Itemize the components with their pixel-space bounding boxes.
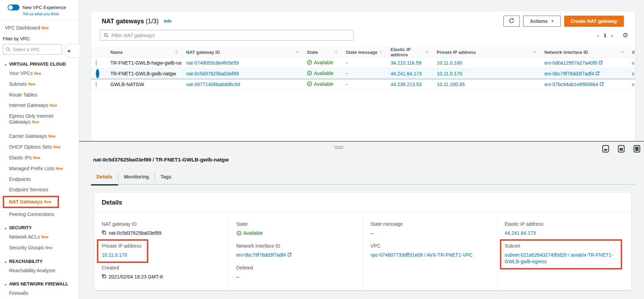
tab-monitoring[interactable]: Monitoring — [118, 169, 154, 185]
table-row[interactable]: TR-FNET1-GWLB-hagw-gwlb-natgw nat-074805… — [91, 58, 635, 68]
vpc-link[interactable]: vpc-074607733dff31e09 / AVX-TR-FNET1-VPC — [370, 252, 472, 258]
sidebar-item-your-vpcs[interactable]: Your VPCsNew — [0, 68, 75, 79]
eni-link[interactable]: eni-0d0a12957a27a40f9 — [544, 60, 603, 66]
row-name: TR-FNET1-GWLB-gwlb-natgw — [110, 71, 176, 76]
private-ip-link[interactable]: 10.11.0.170 — [102, 252, 127, 258]
info-link[interactable]: Info — [164, 19, 172, 24]
table-row[interactable]: GWLB-NATGW nat-00771406babdd6c93 Availab… — [91, 79, 635, 90]
elastic-ip-link[interactable]: 44.241.64.173 — [505, 230, 536, 236]
subnet-link[interactable]: subnet-021a5264327495d20 / aviatrix-TR-F… — [505, 252, 617, 265]
private-ip-link[interactable]: 10.11.0.170 — [437, 71, 462, 76]
new-badge: New — [48, 134, 56, 138]
section-reachability[interactable]: ▼ REACHABILITY — [0, 259, 69, 265]
section-virtual-private-cloud[interactable]: ▼ VIRTUAL PRIVATE CLOUD — [0, 61, 69, 68]
sidebar-item-endpoint-services[interactable]: Endpoint Services — [0, 184, 75, 195]
sidebar-item-egress-only-internet-gateways[interactable]: Egress Only Internet GatewaysNew — [0, 111, 75, 128]
feedback-link[interactable]: Tell us what you think — [23, 12, 79, 16]
splitter-drag-handle[interactable] — [334, 146, 343, 150]
nat-gateway-id-link[interactable]: nat-0c5d37625ba03ef89 — [186, 71, 239, 76]
nat-gateway-id-link[interactable]: nat-00771406babdd6c93 — [186, 82, 240, 87]
sort-icon[interactable]: ▽ — [296, 50, 299, 54]
sort-icon[interactable]: ▽ — [426, 50, 428, 54]
column-header-network-interface-id[interactable]: Network interface ID▽ — [540, 47, 627, 58]
eni-link[interactable]: eni-0bc79f76dd3f7adf4 — [544, 71, 600, 76]
state-message-value: – — [370, 230, 491, 236]
search-icon — [103, 33, 109, 39]
sidebar-item-peering-connections[interactable]: Peering Connections — [0, 209, 75, 219]
sidebar-item-elastic-ips[interactable]: Elastic IPsNew — [0, 152, 75, 163]
sidebar-item-endpoints[interactable]: Endpoints — [0, 174, 75, 184]
next-page-button[interactable]: › — [611, 32, 613, 39]
copy-icon[interactable] — [102, 230, 106, 236]
vpc-link[interactable]: v — [632, 60, 634, 66]
column-header-state[interactable]: State▽ — [302, 47, 341, 58]
column-header-nat-gateway-id[interactable]: NAT gateway ID▽ — [181, 47, 302, 58]
elastic-ip-link[interactable]: 34.210.116.59 — [391, 60, 421, 66]
column-header-vpc[interactable]: V — [627, 47, 635, 58]
sidebar-item-security-groups[interactable]: Security GroupsNew — [0, 242, 75, 253]
collapse-caret-icon: ◀ — [67, 49, 70, 53]
detail-panel-title: nat-0c5d37625ba03ef89 / TR-FNET1-GWLB-gw… — [93, 157, 229, 163]
vpc-link[interactable]: v — [632, 71, 634, 76]
sort-icon[interactable]: ▽ — [380, 50, 382, 54]
sidebar-item-route-tables[interactable]: Route Tables — [0, 90, 75, 100]
selection-count: (1/3) — [146, 18, 159, 25]
sort-icon[interactable]: ▽ — [621, 50, 624, 54]
sidebar-item-managed-prefix-lists[interactable]: Managed Prefix ListsNew — [0, 163, 75, 174]
actions-button[interactable]: Actions ▼ — [523, 16, 560, 27]
check-circle-icon — [307, 81, 312, 86]
sidebar-item-dhcp-options-sets[interactable]: DHCP Options SetsNew — [0, 142, 75, 152]
sidebar-item-carrier-gateways[interactable]: Carrier GatewaysNew — [0, 131, 75, 142]
previous-page-button[interactable]: ‹ — [597, 32, 599, 39]
tab-tags[interactable]: Tags — [155, 169, 177, 185]
select-vpc-input[interactable] — [3, 44, 62, 55]
sidebar-collapse-button[interactable]: ◀ — [64, 44, 80, 58]
sidebar-item-nat-gateways[interactable]: NAT GatewaysNew — [3, 196, 59, 208]
sort-icon[interactable]: ▽ — [335, 50, 337, 54]
page-number[interactable]: 1 — [604, 33, 607, 38]
table-row-selected[interactable]: TR-FNET1-GWLB-gwlb-natgw nat-0c5d37625ba… — [91, 68, 635, 79]
row-radio[interactable] — [96, 81, 97, 88]
sidebar-item-vpc-dashboard[interactable]: VPC DashboardNew — [0, 20, 79, 31]
eni-link[interactable]: eni-0bc79f76dd3f7adf4 — [236, 252, 292, 258]
new-vpc-experience-toggle[interactable] — [8, 5, 19, 10]
sidebar-item-reachability-analyzer[interactable]: Reachability Analyzer — [0, 265, 75, 276]
layout-full-panel-button[interactable] — [633, 145, 641, 154]
vpc-link[interactable]: v — [632, 82, 634, 87]
new-badge: New — [34, 72, 41, 75]
page-title: NAT gateways (1/3) Info — [102, 18, 172, 25]
elastic-ip-link[interactable]: 44.238.213.53 — [391, 82, 422, 87]
column-header-state-message[interactable]: State message▽ — [341, 47, 386, 58]
row-radio[interactable] — [96, 60, 97, 66]
layout-bottom-panel-button[interactable] — [602, 145, 609, 154]
layout-split-panel-button[interactable] — [618, 145, 625, 154]
filter-nat-gateways-input[interactable] — [100, 30, 353, 41]
tab-details[interactable]: Details — [91, 169, 118, 185]
section-security[interactable]: ▼ SECURITY — [0, 225, 69, 232]
nat-gateway-id-link[interactable]: nat-0748053c8e4fe5e59 — [186, 60, 239, 66]
sidebar-item-subnets[interactable]: SubnetsNew — [0, 79, 75, 90]
refresh-button[interactable] — [503, 16, 520, 27]
row-radio[interactable] — [96, 69, 99, 78]
copy-icon[interactable] — [102, 274, 106, 280]
column-header-private-ip[interactable]: Private IP address▽ — [432, 47, 540, 58]
column-header-name[interactable]: Name▽ — [106, 47, 181, 58]
refresh-icon — [509, 18, 515, 25]
section-caret-icon: ▼ — [4, 260, 7, 265]
new-badge: New — [28, 82, 35, 86]
sort-icon[interactable]: ▽ — [534, 50, 536, 54]
elastic-ip-link[interactable]: 44.241.64.173 — [391, 71, 422, 76]
new-vpc-experience-label: New VPC Experience — [23, 5, 66, 10]
search-icon — [6, 47, 10, 53]
sidebar-item-internet-gateways[interactable]: Internet GatewaysNew — [0, 100, 75, 111]
eni-link[interactable]: eni-07bc94ab1e8565664 — [544, 82, 604, 87]
sidebar-item-firewalls[interactable]: Firewalls — [0, 288, 75, 298]
private-ip-link[interactable]: 10.11.0.180 — [437, 60, 462, 66]
section-aws-network-firewall[interactable]: ▼ AWS NETWORK FIREWALL — [0, 281, 69, 288]
sort-icon[interactable]: ▽ — [175, 50, 178, 54]
sidebar-item-network-acls[interactable]: Network ACLsNew — [0, 232, 75, 242]
private-ip-link[interactable]: 10.11.200.85 — [437, 82, 465, 87]
create-nat-gateway-button[interactable]: Create NAT gateway — [564, 16, 624, 27]
table-settings-gear-icon[interactable]: ⚙ — [622, 32, 628, 39]
column-header-elastic-ip[interactable]: Elastic IP address▽ — [386, 47, 432, 58]
